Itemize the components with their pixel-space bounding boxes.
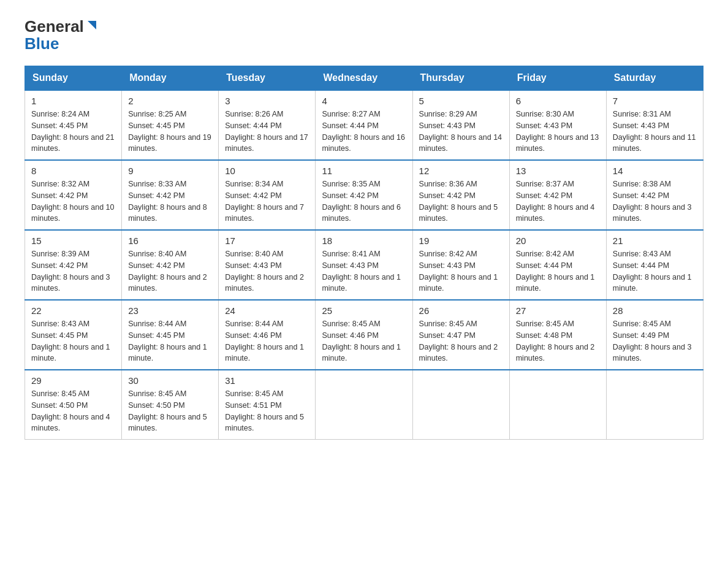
calendar-cell: 31 Sunrise: 8:45 AMSunset: 4:51 PMDaylig… (219, 370, 316, 440)
weekday-header-row: SundayMondayTuesdayWednesdayThursdayFrid… (25, 66, 703, 91)
day-info: Sunrise: 8:43 AMSunset: 4:45 PMDaylight:… (31, 320, 110, 362)
day-number: 30 (128, 375, 212, 386)
calendar-cell: 15 Sunrise: 8:39 AMSunset: 4:42 PMDaylig… (25, 230, 122, 300)
day-info: Sunrise: 8:33 AMSunset: 4:42 PMDaylight:… (128, 180, 207, 223)
calendar-cell: 25 Sunrise: 8:45 AMSunset: 4:46 PMDaylig… (316, 300, 412, 370)
day-info: Sunrise: 8:44 AMSunset: 4:46 PMDaylight:… (225, 320, 304, 362)
day-number: 26 (419, 305, 503, 316)
day-info: Sunrise: 8:38 AMSunset: 4:42 PMDaylight:… (613, 180, 692, 223)
calendar-cell: 26 Sunrise: 8:45 AMSunset: 4:47 PMDaylig… (412, 300, 509, 370)
page-header: General Blue (25, 18, 703, 53)
calendar-cell: 23 Sunrise: 8:44 AMSunset: 4:45 PMDaylig… (122, 300, 219, 370)
day-number: 21 (613, 236, 697, 246)
calendar-cell: 1 Sunrise: 8:24 AMSunset: 4:45 PMDayligh… (25, 90, 122, 160)
day-info: Sunrise: 8:25 AMSunset: 4:45 PMDaylight:… (128, 110, 211, 153)
calendar-cell: 21 Sunrise: 8:43 AMSunset: 4:44 PMDaylig… (606, 230, 703, 300)
calendar-cell: 16 Sunrise: 8:40 AMSunset: 4:42 PMDaylig… (122, 230, 219, 300)
day-info: Sunrise: 8:41 AMSunset: 4:43 PMDaylight:… (322, 250, 401, 293)
calendar-cell: 2 Sunrise: 8:25 AMSunset: 4:45 PMDayligh… (122, 90, 219, 160)
day-info: Sunrise: 8:27 AMSunset: 4:44 PMDaylight:… (322, 110, 405, 153)
calendar-cell: 12 Sunrise: 8:36 AMSunset: 4:42 PMDaylig… (412, 160, 509, 230)
day-info: Sunrise: 8:45 AMSunset: 4:47 PMDaylight:… (419, 320, 498, 362)
day-number: 31 (225, 375, 309, 386)
day-info: Sunrise: 8:45 AMSunset: 4:49 PMDaylight:… (613, 320, 692, 362)
day-number: 15 (31, 236, 115, 246)
calendar-cell: 4 Sunrise: 8:27 AMSunset: 4:44 PMDayligh… (316, 90, 412, 160)
calendar-cell: 7 Sunrise: 8:31 AMSunset: 4:43 PMDayligh… (606, 90, 703, 160)
day-info: Sunrise: 8:26 AMSunset: 4:44 PMDaylight:… (225, 110, 308, 153)
week-row-2: 8 Sunrise: 8:32 AMSunset: 4:42 PMDayligh… (25, 160, 703, 230)
day-info: Sunrise: 8:45 AMSunset: 4:48 PMDaylight:… (516, 320, 595, 362)
calendar-cell: 29 Sunrise: 8:45 AMSunset: 4:50 PMDaylig… (25, 370, 122, 440)
calendar-cell: 11 Sunrise: 8:35 AMSunset: 4:42 PMDaylig… (316, 160, 412, 230)
day-number: 8 (31, 166, 115, 176)
day-number: 24 (225, 305, 309, 316)
day-number: 23 (128, 305, 212, 316)
calendar-cell: 13 Sunrise: 8:37 AMSunset: 4:42 PMDaylig… (509, 160, 606, 230)
day-number: 11 (322, 166, 406, 176)
calendar-cell (509, 370, 606, 440)
day-number: 19 (419, 236, 503, 246)
day-info: Sunrise: 8:45 AMSunset: 4:50 PMDaylight:… (31, 389, 110, 432)
day-info: Sunrise: 8:42 AMSunset: 4:43 PMDaylight:… (419, 250, 498, 293)
calendar-cell: 30 Sunrise: 8:45 AMSunset: 4:50 PMDaylig… (122, 370, 219, 440)
day-number: 3 (225, 96, 309, 106)
day-number: 27 (516, 305, 600, 316)
calendar-cell (316, 370, 412, 440)
weekday-header-wednesday: Wednesday (316, 66, 412, 91)
day-info: Sunrise: 8:37 AMSunset: 4:42 PMDaylight:… (516, 180, 595, 223)
calendar-cell: 20 Sunrise: 8:42 AMSunset: 4:44 PMDaylig… (509, 230, 606, 300)
day-number: 20 (516, 236, 600, 246)
day-number: 25 (322, 305, 406, 316)
day-number: 22 (31, 305, 115, 316)
weekday-header-tuesday: Tuesday (219, 66, 316, 91)
calendar-cell: 18 Sunrise: 8:41 AMSunset: 4:43 PMDaylig… (316, 230, 412, 300)
day-info: Sunrise: 8:36 AMSunset: 4:42 PMDaylight:… (419, 180, 498, 223)
week-row-4: 22 Sunrise: 8:43 AMSunset: 4:45 PMDaylig… (25, 300, 703, 370)
week-row-5: 29 Sunrise: 8:45 AMSunset: 4:50 PMDaylig… (25, 370, 703, 440)
week-row-1: 1 Sunrise: 8:24 AMSunset: 4:45 PMDayligh… (25, 90, 703, 160)
week-row-3: 15 Sunrise: 8:39 AMSunset: 4:42 PMDaylig… (25, 230, 703, 300)
weekday-header-monday: Monday (122, 66, 219, 91)
day-number: 16 (128, 236, 212, 246)
day-info: Sunrise: 8:45 AMSunset: 4:46 PMDaylight:… (322, 320, 401, 362)
calendar-cell: 27 Sunrise: 8:45 AMSunset: 4:48 PMDaylig… (509, 300, 606, 370)
day-info: Sunrise: 8:35 AMSunset: 4:42 PMDaylight:… (322, 180, 401, 223)
calendar-cell: 28 Sunrise: 8:45 AMSunset: 4:49 PMDaylig… (606, 300, 703, 370)
calendar-cell: 3 Sunrise: 8:26 AMSunset: 4:44 PMDayligh… (219, 90, 316, 160)
day-info: Sunrise: 8:34 AMSunset: 4:42 PMDaylight:… (225, 180, 304, 223)
day-number: 6 (516, 96, 600, 106)
day-info: Sunrise: 8:44 AMSunset: 4:45 PMDaylight:… (128, 320, 207, 362)
day-info: Sunrise: 8:32 AMSunset: 4:42 PMDaylight:… (31, 180, 115, 223)
calendar-cell: 22 Sunrise: 8:43 AMSunset: 4:45 PMDaylig… (25, 300, 122, 370)
svg-marker-0 (88, 21, 96, 29)
calendar-cell: 14 Sunrise: 8:38 AMSunset: 4:42 PMDaylig… (606, 160, 703, 230)
logo-text-general: General (25, 18, 84, 34)
day-info: Sunrise: 8:30 AMSunset: 4:43 PMDaylight:… (516, 110, 599, 153)
calendar-cell: 6 Sunrise: 8:30 AMSunset: 4:43 PMDayligh… (509, 90, 606, 160)
day-number: 10 (225, 166, 309, 176)
weekday-header-friday: Friday (509, 66, 606, 91)
calendar-cell: 8 Sunrise: 8:32 AMSunset: 4:42 PMDayligh… (25, 160, 122, 230)
day-info: Sunrise: 8:40 AMSunset: 4:42 PMDaylight:… (128, 250, 207, 293)
day-number: 1 (31, 96, 115, 106)
calendar-cell: 9 Sunrise: 8:33 AMSunset: 4:42 PMDayligh… (122, 160, 219, 230)
day-info: Sunrise: 8:45 AMSunset: 4:50 PMDaylight:… (128, 389, 207, 432)
day-info: Sunrise: 8:40 AMSunset: 4:43 PMDaylight:… (225, 250, 304, 293)
day-info: Sunrise: 8:31 AMSunset: 4:43 PMDaylight:… (613, 110, 696, 153)
day-number: 18 (322, 236, 406, 246)
day-info: Sunrise: 8:29 AMSunset: 4:43 PMDaylight:… (419, 110, 502, 153)
day-info: Sunrise: 8:39 AMSunset: 4:42 PMDaylight:… (31, 250, 110, 293)
day-number: 9 (128, 166, 212, 176)
day-number: 2 (128, 96, 212, 106)
calendar-cell (606, 370, 703, 440)
calendar-cell: 10 Sunrise: 8:34 AMSunset: 4:42 PMDaylig… (219, 160, 316, 230)
day-number: 17 (225, 236, 309, 246)
day-info: Sunrise: 8:45 AMSunset: 4:51 PMDaylight:… (225, 389, 304, 432)
weekday-header-saturday: Saturday (606, 66, 703, 91)
day-number: 29 (31, 375, 115, 386)
calendar-cell: 17 Sunrise: 8:40 AMSunset: 4:43 PMDaylig… (219, 230, 316, 300)
logo-triangle-icon (85, 18, 99, 32)
day-info: Sunrise: 8:24 AMSunset: 4:45 PMDaylight:… (31, 110, 115, 153)
calendar-cell: 19 Sunrise: 8:42 AMSunset: 4:43 PMDaylig… (412, 230, 509, 300)
